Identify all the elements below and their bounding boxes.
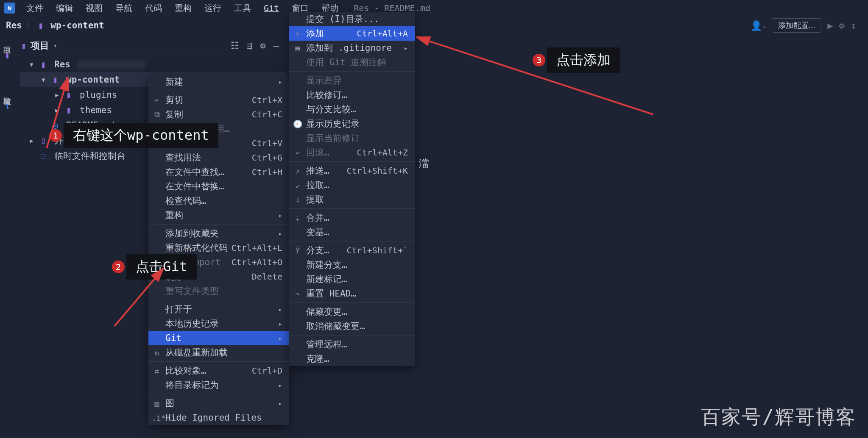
project-folder-icon[interactable]: ▮ <box>5 50 10 60</box>
menu-item-icon: ⇣ <box>293 213 303 222</box>
locate-icon[interactable]: ⇶ <box>247 40 252 51</box>
callout-badge: 3 <box>533 54 545 67</box>
menu-item--[interactable]: 比较修订… <box>289 88 415 102</box>
menu-item--[interactable]: 取消储藏变更… <box>289 319 415 333</box>
menu-item--head-[interactable]: ↷重置 HEAD… <box>289 286 415 301</box>
left-tool-strip: 项目 ▮ 拉取请求 ↴ <box>0 35 14 111</box>
menu-item--[interactable]: ↻从磁盘重新加载 <box>148 345 289 360</box>
menu-item-label: 检查代码… <box>165 195 207 207</box>
menu-item-label: 添加 <box>306 28 324 39</box>
settings-gear-icon[interactable]: ⚙ <box>839 20 845 31</box>
menu-重构[interactable]: 重构 <box>170 1 197 16</box>
breadcrumb-root[interactable]: Res <box>6 20 22 30</box>
menu-item--[interactable]: 在文件中查找…Ctrl+H <box>148 165 289 179</box>
menu-item--[interactable]: 将目录标记为▸ <box>148 378 289 392</box>
chevron-down-icon[interactable]: ▾ <box>53 42 57 49</box>
add-run-config-button[interactable]: 添加配置... <box>772 18 821 33</box>
folder-icon: ▮ <box>66 90 76 100</box>
menu-git[interactable]: Git <box>259 1 284 15</box>
menu-item--: ↶回滚…Ctrl+Alt+Z <box>289 145 415 160</box>
breadcrumb: Res 〉 ▮ wp-content <box>6 20 104 30</box>
menu-item-label: 新建标记… <box>306 273 347 285</box>
minimize-icon[interactable]: — <box>274 40 279 51</box>
twisty-icon[interactable]: ▾ <box>29 59 37 69</box>
folder-icon: ▮ <box>21 41 26 51</box>
tree-node-res[interactable]: ▾▮Res <box>20 57 286 72</box>
twisty-icon[interactable]: ▾ <box>41 75 49 85</box>
menu-item--[interactable]: ⇣合并… <box>289 211 415 225</box>
menu-编辑[interactable]: 编辑 <box>51 1 78 16</box>
menu-item--[interactable]: 打开于▸ <box>148 302 289 316</box>
menu-item-shortcut: Ctrl+C <box>252 109 282 119</box>
menu-item--[interactable]: ⧉复制Ctrl+C <box>148 107 289 122</box>
menu-item--[interactable]: 添加到收藏夹▸ <box>148 226 289 241</box>
menu-separator <box>148 361 289 362</box>
menu-item-label: Hide Ignored Files <box>165 413 262 423</box>
menu-item-hide-ignored-files[interactable]: .i*Hide Ignored Files <box>148 410 289 425</box>
menu-工具[interactable]: 工具 <box>229 1 256 16</box>
menu-item--[interactable]: 🕘显示历史记录 <box>289 116 415 131</box>
menu-item--[interactable]: 变基… <box>289 225 415 239</box>
twisty-icon[interactable]: ▸ <box>54 90 63 100</box>
menu-item--[interactable]: ✂剪切Ctrl+X <box>148 93 289 107</box>
settings-gear-icon[interactable]: ⚙ <box>260 40 266 51</box>
run-icon[interactable]: ▶ <box>827 20 833 31</box>
menu-item-label: 取消储藏变更… <box>306 320 365 332</box>
menu-item--[interactable]: 新建标记… <box>289 272 415 286</box>
menu-item-shortcut: Ctrl+H <box>252 167 282 177</box>
folder-icon: ▮ <box>66 105 76 115</box>
menu-item--[interactable]: 储藏变更… <box>289 305 415 319</box>
menu-视图[interactable]: 视图 <box>81 1 108 16</box>
menu-item--[interactable]: ＋添加Ctrl+Alt+A <box>289 26 415 41</box>
menu-代码[interactable]: 代码 <box>140 1 167 16</box>
menu-item--[interactable]: ▥图▸ <box>148 396 289 410</box>
menu-item--[interactable]: 在文件中替换… <box>148 179 289 194</box>
menu-文件[interactable]: 文件 <box>21 1 48 16</box>
menu-item-label: 使用 Git 追溯注解 <box>306 56 386 68</box>
menu-item--[interactable]: 本地历史记录▸ <box>148 316 289 331</box>
menu-item--[interactable]: Ÿ分支…Ctrl+Shift+` <box>289 243 415 258</box>
menu-separator <box>148 300 289 300</box>
menu-item-shortcut: Ctrl+Alt+A <box>357 28 408 39</box>
menu-item--gitignore[interactable]: ▤添加到 .gitignore▸ <box>289 41 415 55</box>
menu-item--[interactable]: ⇄比较对象…Ctrl+D <box>148 363 289 378</box>
twisty-icon[interactable]: ▸ <box>54 105 63 115</box>
pull-icon[interactable]: ↧ <box>851 20 856 31</box>
menu-item--[interactable]: 重构▸ <box>148 208 289 222</box>
stray-glyph: 澢 <box>419 157 429 170</box>
twisty-icon[interactable]: ▸ <box>29 136 37 146</box>
project-panel-title[interactable]: 项目 <box>31 39 49 52</box>
menu-item-icon: ⇄ <box>152 366 162 375</box>
breadcrumb-seg-0[interactable]: ▮ wp-content <box>38 20 104 30</box>
menu-item--[interactable]: 新建▸ <box>148 75 289 89</box>
menu-运行[interactable]: 运行 <box>199 1 226 16</box>
tree-node-label: Res <box>54 59 70 69</box>
user-menu[interactable]: 👤▾ <box>751 20 766 31</box>
menu-item--[interactable]: ⇩提取 <box>289 192 415 207</box>
menu-item--[interactable]: 管理远程… <box>289 337 415 352</box>
chevron-right-icon: ▸ <box>278 399 282 408</box>
menu-item-label: 重写文件类型 <box>165 285 219 297</box>
menu-item--[interactable]: 重新格式化代码Ctrl+Alt+L <box>148 241 289 255</box>
menu-item--[interactable]: 查找用法Ctrl+G <box>148 150 289 165</box>
menu-item--git-: 使用 Git 追溯注解 <box>289 55 415 69</box>
menu-导航[interactable]: 导航 <box>110 1 137 16</box>
menu-item--[interactable]: 与分支比较… <box>289 102 415 116</box>
callout-text: 点击Git <box>136 258 187 274</box>
menu-item--[interactable]: 克隆… <box>289 352 415 366</box>
folder-icon: ▮ <box>53 75 63 85</box>
menu-item--i-[interactable]: 提交 (I)目录... <box>289 12 415 26</box>
menu-item-label: 回滚… <box>306 147 329 158</box>
menu-item-git[interactable]: Git▸ <box>148 331 289 345</box>
select-file-icon[interactable]: ☷ <box>231 40 239 51</box>
menu-item--[interactable]: ↗推送…Ctrl+Shift+K <box>289 164 415 178</box>
menu-item--[interactable]: 检查代码… <box>148 194 289 208</box>
menu-separator <box>289 241 415 241</box>
project-panel-header: ▮ 项目 ▾ ☷ ⇶ ⚙ — <box>14 36 286 55</box>
menu-item-label: 添加到 .gitignore <box>306 42 392 54</box>
pull-requests-icon[interactable]: ↴ <box>5 101 10 111</box>
menu-item-label: 变基… <box>306 226 329 238</box>
menu-item--[interactable]: ↙拉取… <box>289 178 415 192</box>
annotation-callout-1: 1 右键这个wp-content <box>64 123 218 148</box>
menu-item--[interactable]: 新建分支… <box>289 258 415 272</box>
